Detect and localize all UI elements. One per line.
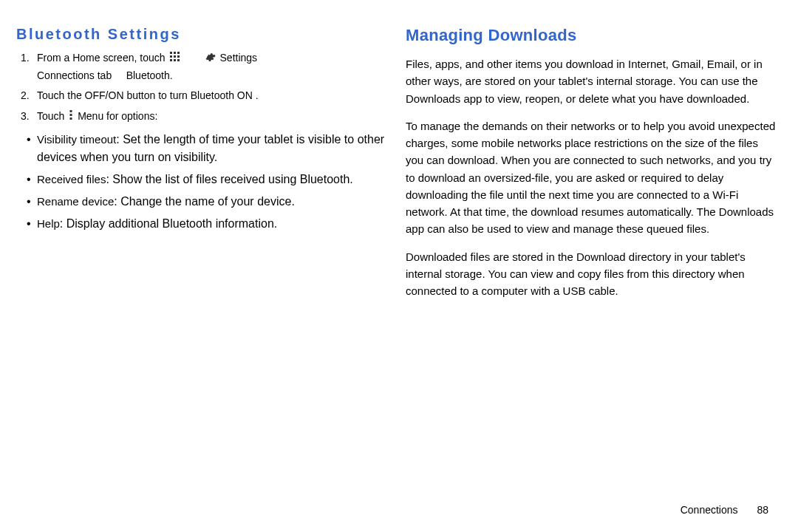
downloads-para-1: Files, apps, and other items you downloa… <box>406 55 777 107</box>
svg-rect-2 <box>177 52 180 54</box>
bullet-label: Help <box>37 217 60 230</box>
step-3-menu: Menu <box>78 110 103 122</box>
page-footer: Connections 88 <box>681 504 768 516</box>
svg-rect-10 <box>70 114 72 116</box>
step-1-bluetooth: Bluetooth <box>126 69 170 81</box>
svg-rect-5 <box>177 55 180 58</box>
gear-icon <box>205 52 216 68</box>
footer-page-number: 88 <box>757 504 768 516</box>
svg-rect-3 <box>170 55 172 58</box>
step-number: 3. <box>21 109 30 125</box>
svg-rect-0 <box>170 52 172 54</box>
bluetooth-settings-heading: Bluetooth Settings <box>16 26 388 43</box>
bullet-rename-device: Rename device: Change the name of your d… <box>37 193 388 211</box>
svg-rect-9 <box>70 110 72 112</box>
svg-rect-1 <box>174 52 176 54</box>
downloads-para-2: To manage the demands on their networks … <box>406 117 777 238</box>
bullet-text: : Change the name of your device. <box>114 195 295 208</box>
step-1-text-a: From a Home screen, touch <box>37 52 166 64</box>
bullet-label: Rename device <box>37 195 114 208</box>
bullet-label: Visibility timeout <box>37 133 116 146</box>
svg-rect-7 <box>174 59 176 61</box>
svg-rect-6 <box>170 59 172 61</box>
step-1-connections: Connections <box>37 69 95 81</box>
svg-rect-11 <box>70 117 72 120</box>
bullet-label: Received files <box>37 173 106 185</box>
svg-rect-4 <box>174 55 176 58</box>
apps-grid-icon <box>169 51 181 63</box>
footer-section: Connections <box>681 504 738 516</box>
step-2-text-a: Touch the <box>37 89 85 101</box>
step-2: 2. Touch the OFF/ON button to turn Bluet… <box>37 88 388 104</box>
step-number: 1. <box>21 50 30 66</box>
step-1-settings: Settings <box>220 52 258 64</box>
page: Bluetooth Settings 1. From a Home screen… <box>0 0 798 532</box>
bullet-received-files: Received files: Show the list of files r… <box>37 171 388 188</box>
step-2-text-b: button to turn Bluetooth ON . <box>124 89 259 101</box>
svg-rect-8 <box>177 59 180 61</box>
bullet-visibility-timeout: Visibility timeout: Set the length of ti… <box>37 131 388 166</box>
managing-downloads-heading: Managing Downloads <box>406 26 777 45</box>
step-1: 1. From a Home screen, touch <box>37 50 388 83</box>
downloads-para-3: Downloaded files are stored in the Downl… <box>406 248 777 300</box>
off-on-button-label: OFF/ON <box>85 89 124 101</box>
step-1-tab-word: tab <box>98 69 112 81</box>
bullet-text: : Show the list of files received using … <box>106 173 352 185</box>
step-3: 3. Touch Menu for options: <box>37 109 388 126</box>
steps-list: 1. From a Home screen, touch <box>16 50 388 126</box>
menu-overflow-icon <box>69 109 73 126</box>
options-bullets: Visibility timeout: Set the length of ti… <box>16 131 388 233</box>
step-number: 2. <box>21 88 30 104</box>
bullet-text: : Display additional Bluetooth informati… <box>60 217 277 230</box>
bullet-help: Help: Display additional Bluetooth infor… <box>37 215 388 233</box>
step-3-text-b: for options: <box>103 110 157 122</box>
step-3-text-a: Touch <box>37 110 67 122</box>
left-column: Bluetooth Settings 1. From a Home screen… <box>16 26 397 517</box>
right-column: Managing Downloads Files, apps, and othe… <box>397 26 777 517</box>
